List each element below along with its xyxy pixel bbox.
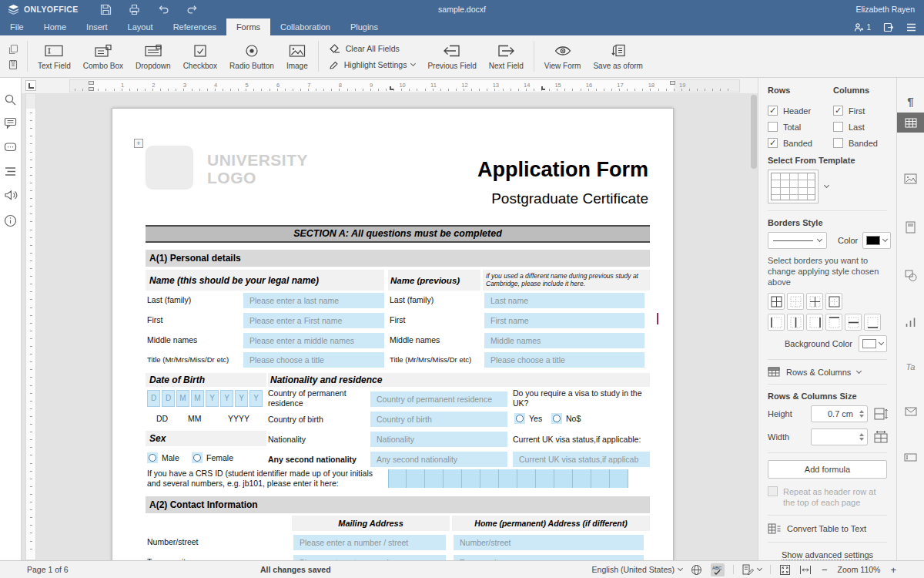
left-indent-marker[interactable]: [89, 87, 94, 91]
row-height-input[interactable]: 0.7 cm: [811, 405, 868, 422]
track-changes-icon[interactable]: [742, 564, 762, 575]
zoom-in-button[interactable]: +: [889, 564, 898, 576]
crs-cell[interactable]: [462, 469, 480, 488]
copy-icon[interactable]: [8, 44, 18, 55]
highlight-settings-button[interactable]: Highlight Settings: [329, 60, 416, 69]
border-style-combo[interactable]: [768, 232, 827, 249]
navigation-icon[interactable]: [4, 166, 17, 177]
feedback-icon[interactable]: [4, 189, 18, 201]
mailmerge-icon[interactable]: [897, 402, 924, 422]
checkbox-button[interactable]: Checkbox: [177, 35, 223, 77]
print-icon[interactable]: [129, 4, 140, 15]
checkbox-total-row[interactable]: Total: [768, 122, 833, 132]
tab-stop-marker[interactable]: [390, 86, 393, 90]
border-color-button[interactable]: [862, 232, 891, 249]
chat-icon[interactable]: [4, 141, 17, 154]
tab-collaboration[interactable]: Collaboration: [270, 18, 340, 35]
open-location-icon[interactable]: [883, 22, 894, 32]
middle-names-field[interactable]: Please enter a middle names: [243, 333, 384, 348]
dob-cell[interactable]: M: [191, 390, 204, 407]
previous-field-button[interactable]: Previous Field: [421, 35, 482, 77]
dob-cell[interactable]: Y: [206, 390, 219, 407]
logo-placeholder[interactable]: [146, 146, 193, 190]
sex-female-radio[interactable]: Female: [192, 452, 233, 463]
add-formula-button[interactable]: Add formula: [768, 460, 887, 479]
image-settings-icon[interactable]: [897, 169, 924, 189]
paragraph-settings-icon[interactable]: ¶: [897, 91, 924, 111]
zoom-out-button[interactable]: −: [820, 564, 829, 576]
permanent-residence-field[interactable]: Country of permanent residence: [370, 391, 507, 407]
column-width-input[interactable]: [811, 428, 868, 445]
background-color-button[interactable]: [859, 335, 887, 352]
save-as-oform-button[interactable]: Save as oform: [587, 35, 648, 77]
table-settings-icon[interactable]: [897, 113, 924, 133]
dob-cell[interactable]: M: [176, 390, 189, 407]
dob-cell[interactable]: Y: [235, 390, 248, 407]
country-of-birth-field[interactable]: Country of birth: [370, 412, 507, 427]
crs-cell[interactable]: [480, 469, 499, 488]
distribute-rows-icon[interactable]: [874, 408, 892, 420]
outer-borders-button[interactable]: [825, 293, 842, 310]
globe-icon[interactable]: [691, 564, 702, 576]
home-town-field[interactable]: Town or city: [454, 555, 644, 560]
mailing-town-field[interactable]: Please enter a town or city: [293, 555, 446, 560]
headerfooter-settings-icon[interactable]: [897, 217, 924, 237]
tab-forms[interactable]: Forms: [226, 18, 270, 35]
right-border-button[interactable]: [806, 314, 823, 331]
crs-cell[interactable]: [407, 469, 425, 488]
crs-cell[interactable]: [388, 469, 407, 488]
inner-borders-button[interactable]: [806, 293, 823, 310]
comments-icon[interactable]: [4, 116, 17, 129]
second-nationality-field[interactable]: Any second nationality: [370, 452, 507, 467]
tab-stop-selector[interactable]: [25, 80, 36, 91]
fit-width-icon[interactable]: [799, 565, 812, 575]
tab-stop-marker[interactable]: [541, 86, 545, 90]
mailing-street-field[interactable]: Please enter a number / street: [293, 535, 446, 550]
combo-box-button[interactable]: Combo Box: [77, 35, 129, 77]
visa-yes-radio[interactable]: Yes: [514, 413, 542, 424]
next-field-button[interactable]: Next Field: [483, 35, 530, 77]
title-field[interactable]: Please choose a title: [243, 352, 384, 368]
right-indent-marker[interactable]: [670, 81, 675, 85]
radio-button-button[interactable]: Radio Button: [223, 35, 280, 77]
save-icon[interactable]: [100, 4, 112, 15]
checkbox-header-row[interactable]: Header: [768, 106, 833, 116]
undo-icon[interactable]: [157, 4, 169, 15]
tab-home[interactable]: Home: [34, 18, 76, 35]
tab-references[interactable]: References: [163, 18, 226, 35]
crs-cell[interactable]: [444, 469, 462, 488]
prev-title-field[interactable]: Please choose a title: [484, 352, 644, 368]
paste-icon[interactable]: [8, 59, 18, 69]
form-settings-icon[interactable]: [897, 447, 924, 467]
convert-table-button[interactable]: Convert Table to Text: [768, 523, 887, 535]
search-icon[interactable]: [4, 93, 17, 106]
bottom-border-button[interactable]: [864, 314, 881, 331]
text-field-button[interactable]: Text Field: [32, 35, 77, 77]
document-page[interactable]: + UNIVERSITY LOGO Application Form Postg…: [112, 108, 674, 560]
prev-first-name-field[interactable]: First name: [484, 313, 644, 328]
menu-icon[interactable]: [906, 23, 916, 32]
table-template-selector[interactable]: [768, 170, 819, 203]
dob-cell[interactable]: Y: [249, 390, 263, 407]
crs-cell[interactable]: [591, 469, 610, 488]
horizontal-ruler[interactable]: 12345678910111213141516171819: [69, 79, 740, 92]
nationality-field[interactable]: Nationality: [370, 432, 507, 447]
crs-cell[interactable]: [517, 469, 536, 488]
users-icon[interactable]: 1: [854, 22, 871, 32]
visa-status-field[interactable]: Current UK visa status,if applicab: [513, 452, 650, 467]
tab-insert[interactable]: Insert: [76, 18, 118, 35]
dropdown-button[interactable]: Dropdown: [129, 35, 177, 77]
page-indicator[interactable]: Page 1 of 6: [27, 565, 69, 574]
checkbox-banded-columns[interactable]: Banded: [833, 138, 887, 148]
inner-horizontal-border-button[interactable]: [845, 314, 862, 331]
prev-last-name-field[interactable]: Last name: [484, 293, 644, 308]
distribute-columns-icon[interactable]: [874, 431, 892, 443]
all-borders-button[interactable]: [768, 293, 785, 310]
crs-cell[interactable]: [499, 469, 517, 488]
table-move-handle[interactable]: +: [134, 139, 143, 148]
crs-cell[interactable]: [610, 469, 628, 488]
top-border-button[interactable]: [825, 314, 842, 331]
shape-settings-icon[interactable]: [897, 265, 924, 285]
scrollbar-thumb[interactable]: [751, 95, 757, 169]
crs-cell[interactable]: [536, 469, 554, 488]
